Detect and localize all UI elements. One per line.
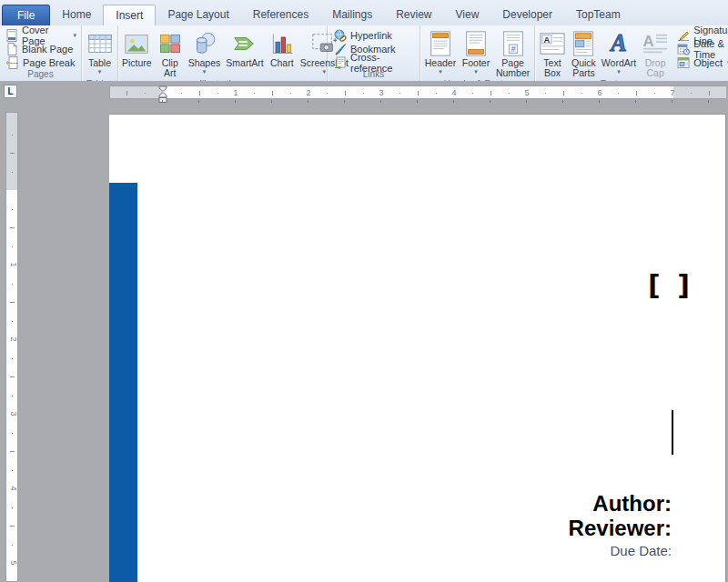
quick-parts-icon [571, 28, 595, 58]
picture-icon [123, 28, 150, 58]
tab-insert[interactable]: Insert [103, 5, 156, 25]
svg-text:A: A [609, 30, 627, 56]
cover-page-icon [6, 29, 18, 42]
dropdown-arrow: ▾ [323, 68, 327, 75]
svg-text:A: A [643, 32, 654, 49]
footer-icon [464, 28, 488, 58]
drop-cap-icon: A [642, 28, 669, 58]
word-window: { "tabs": [ {"id":"file","label":"File",… [0, 0, 728, 582]
smartart-icon [231, 28, 258, 58]
object-button[interactable]: Object ▾ [673, 55, 728, 69]
cover-page-button[interactable]: Cover Page ▾ [3, 28, 80, 42]
object-label: Object [693, 57, 723, 68]
tab-mailings[interactable]: Mailings [320, 5, 384, 25]
dropdown-arrow: ▾ [73, 32, 76, 38]
wordart-label: WordArt [602, 58, 636, 68]
quick-parts-label: Quick Parts [571, 58, 596, 78]
header-button[interactable]: Header ▾ [422, 26, 459, 79]
hyperlink-button[interactable]: Hyperlink [330, 28, 419, 42]
smartart-label: SmartArt [226, 58, 263, 68]
page-break-button[interactable]: Page Break [3, 55, 80, 69]
text-box-label: Text Box [543, 58, 561, 78]
document-page[interactable]: [ ] Author: Reviewer: Due Date: [109, 114, 726, 582]
group-label-illustrations: Illustrations [118, 79, 327, 81]
tab-review[interactable]: Review [384, 5, 443, 25]
footer-button[interactable]: Footer ▾ [460, 26, 492, 79]
tab-page-layout[interactable]: Page Layout [156, 5, 240, 25]
table-button[interactable]: Table ▾ [84, 26, 116, 79]
ribbon-group-illustrations: Picture Clip Art Shapes ▾ SmartArt [118, 25, 328, 81]
shapes-icon [191, 28, 218, 58]
picture-label: Picture [122, 58, 152, 68]
chart-label: Chart [270, 58, 294, 68]
object-icon [677, 56, 690, 69]
tab-references[interactable]: References [241, 5, 320, 25]
signature-line-icon [677, 29, 690, 42]
page-break-icon [6, 56, 19, 69]
date-time-button[interactable]: Date & Time [673, 42, 728, 55]
footer-label: Footer [462, 58, 490, 68]
tab-home[interactable]: Home [50, 5, 103, 25]
wordart-icon: A [604, 28, 633, 58]
due-date-label[interactable]: Due Date: [569, 543, 672, 558]
dropdown-arrow: ▾ [617, 68, 621, 75]
ribbon-tab-bar: FileHomeInsertPage LayoutReferencesMaili… [0, 0, 728, 25]
hyperlink-icon [334, 29, 347, 42]
table-label: Table [88, 58, 111, 68]
cross-reference-button[interactable]: Cross-reference [330, 55, 419, 69]
ribbon-group-header-footer: Header ▾ Footer ▾ # Page Number Header &… [420, 25, 535, 81]
table-icon [86, 28, 114, 58]
blank-page-button[interactable]: Blank Page [3, 42, 80, 55]
reviewer-label[interactable]: Reviewer: [569, 516, 672, 540]
cover-meta-block[interactable]: Author: Reviewer: Due Date: [569, 491, 672, 558]
group-label-header-footer: Header & Footer [420, 79, 534, 81]
group-label-tables: Tables [82, 79, 117, 81]
chart-button[interactable]: Chart [267, 26, 298, 79]
dropdown-arrow: ▾ [474, 68, 478, 75]
blank-page-icon [6, 43, 18, 55]
chart-icon [269, 28, 295, 58]
content-control-placeholder[interactable]: [ ] [648, 269, 693, 301]
page-number-label: Page Number [496, 58, 530, 78]
header-icon [429, 28, 452, 58]
author-label[interactable]: Author: [569, 491, 672, 516]
dropdown-arrow: ▾ [439, 68, 442, 75]
smartart-button[interactable]: SmartArt [223, 26, 266, 79]
group-label-text: Text [535, 79, 728, 81]
quick-parts-button[interactable]: Quick Parts [569, 26, 599, 79]
tab-topteam[interactable]: TopTeam [564, 5, 632, 25]
bookmark-icon [334, 43, 347, 55]
cross-reference-icon [334, 56, 347, 69]
shapes-button[interactable]: Shapes ▾ [186, 26, 224, 79]
blank-page-label: Blank Page [22, 44, 73, 55]
svg-text:A: A [544, 35, 551, 44]
clip-art-button[interactable]: Clip Art [155, 26, 186, 79]
tab-file[interactable]: File [2, 5, 50, 25]
horizontal-ruler-under-ticks [109, 100, 725, 104]
tab-view[interactable]: View [444, 5, 491, 25]
horizontal-ruler[interactable]: 1234567 [109, 85, 725, 99]
shapes-label: Shapes [188, 58, 221, 68]
clip-art-label: Clip Art [162, 58, 178, 78]
tab-developer[interactable]: Developer [490, 5, 564, 25]
text-box-icon: A [539, 28, 566, 58]
tab-stop-selector[interactable]: L [4, 85, 17, 98]
text-box-button[interactable]: A Text Box [536, 26, 569, 79]
picture-button[interactable]: Picture [119, 26, 155, 79]
wordart-button[interactable]: A WordArt ▾ [599, 26, 639, 79]
svg-text:#: # [511, 44, 515, 53]
ribbon-group-pages: Cover Page ▾ Blank Page Page Break Pages [0, 25, 82, 81]
cover-accent-bar [109, 183, 137, 582]
dropdown-arrow: ▾ [98, 68, 102, 75]
ribbon-insert-panel: Cover Page ▾ Blank Page Page Break Pages [0, 25, 728, 82]
ribbon-group-links: Hyperlink Bookmark Cross-reference Links [328, 25, 420, 81]
group-label-links: Links [328, 69, 420, 81]
page-number-button[interactable]: # Page Number [493, 26, 532, 79]
drop-cap-label: Drop Cap [645, 58, 666, 78]
clip-art-icon [157, 28, 183, 58]
drop-cap-button: A Drop Cap [639, 26, 672, 79]
dropdown-arrow: ▾ [203, 68, 207, 75]
vertical-ruler[interactable]: 12345 [5, 112, 18, 582]
page-break-label: Page Break [23, 57, 75, 68]
ribbon-group-text: A Text Box Quick Parts A WordArt ▾ A [535, 25, 728, 81]
